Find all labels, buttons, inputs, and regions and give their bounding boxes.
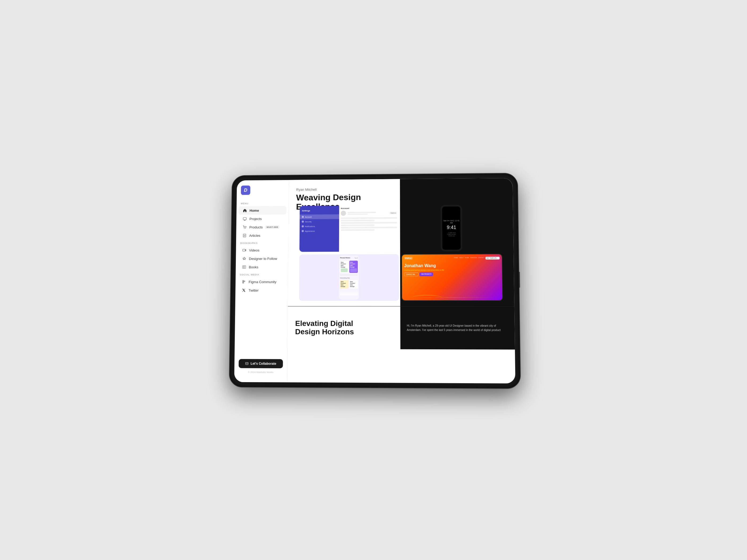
- phone-mockup: Sat 4 ✦ NYC 12:41 AM 9:41 ↓ 2.3GB since …: [441, 205, 463, 251]
- phone-panel: Sat 4 ✦ NYC 12:41 AM 9:41 ↓ 2.3GB since …: [401, 205, 502, 251]
- products-badge: MUST-SEE: [265, 225, 280, 229]
- collaborate-button[interactable]: Let's Collaborate: [238, 359, 283, 368]
- note-card-2: New Product Idea Design: [349, 261, 358, 273]
- nav-products-label: Products: [249, 225, 262, 229]
- settings-mockup-panel: Settings Account Security: [299, 205, 398, 252]
- figma-icon: [242, 280, 246, 284]
- logo-area: D: [237, 185, 289, 200]
- portfolio-projects-btn: SEE PROJECTS: [420, 272, 433, 276]
- settings-sidebar: Settings Account Security: [299, 206, 339, 252]
- svg-rect-13: [242, 280, 243, 281]
- bottom-bio-text: Hi, I'm Ryan Mitchell, a 29-year-old UI …: [407, 323, 508, 332]
- nav-figma-label: Figma Community: [249, 280, 276, 284]
- nav-designer-to-follow-label: Designer to Follow: [249, 257, 277, 261]
- note-card-4: New Product Idea Design: [349, 280, 358, 289]
- portfolio-mockup: POPLE HOME ABOUT WORK SERVICES CONTACT B…: [402, 255, 503, 300]
- bookmarks-section-label: BOOKMARKS: [236, 239, 288, 246]
- tablet-device: D MENU Home Pro: [229, 174, 520, 389]
- svg-rect-15: [242, 281, 243, 283]
- portfolio-sub-text: Crafting pixel-perfect designs that brin…: [404, 269, 500, 271]
- hero-designer-name: Ryan Mitchell: [296, 187, 392, 191]
- svg-rect-10: [242, 266, 244, 269]
- portfolio-hero-name: Jonathan Wang: [404, 263, 500, 268]
- nav-books[interactable]: Books: [238, 263, 286, 271]
- portfolio-contact-btn: CONTACT ME →: [404, 272, 419, 276]
- nav-projects[interactable]: Projects: [238, 214, 286, 223]
- settings-security-item: Security: [300, 219, 339, 224]
- note-card-1: New Product Idea Design: [340, 261, 349, 273]
- settings-row-4: [341, 224, 375, 226]
- twitter-icon: [242, 288, 246, 293]
- settings-row-1: [341, 217, 397, 219]
- note-card-3: New Product Idea Design: [340, 280, 349, 289]
- note-image-2: [350, 269, 357, 272]
- svg-point-3: [244, 228, 244, 229]
- tablet-screen: D MENU Home Pro: [234, 178, 515, 383]
- nav-home[interactable]: Home: [238, 206, 286, 215]
- sidebar-footer: Let's Collaborate © 2024 Masbobz Works: [234, 356, 287, 377]
- nav-videos-label: Videos: [249, 248, 259, 252]
- settings-notifications-item: Notifications: [300, 224, 339, 229]
- nav-figma-community[interactable]: Figma Community: [238, 277, 286, 286]
- menu-section-label: MENU: [237, 200, 289, 206]
- nav-articles[interactable]: Articles: [238, 231, 286, 240]
- appearance-icon: [302, 230, 304, 232]
- phone-stats: ↓ 2.3GB since 0.6Mb transfer 7.9GB sent: [447, 232, 456, 237]
- star-icon: [242, 257, 247, 261]
- mobile-app-panel: Pinned Notes Tue 9 New Product Idea Desi…: [299, 254, 399, 301]
- portfolio-nav-items: HOME ABOUT WORK SERVICES CONTACT BUY TEM…: [454, 257, 500, 260]
- nav-twitter-label: Twitter: [249, 288, 259, 292]
- home-icon: [243, 208, 247, 213]
- phone-time: 9:41: [447, 224, 456, 230]
- notes-mockup: Pinned Notes Tue 9 New Product Idea Desi…: [339, 256, 359, 300]
- svg-rect-11: [244, 266, 246, 268]
- monitor-icon: [242, 217, 247, 221]
- main-content: Ryan Mitchell Weaving Design Excellence …: [287, 178, 515, 383]
- bottom-right: Hi, I'm Ryan Mitchell, a 29-year-old UI …: [400, 306, 515, 350]
- portfolio-nav: POPLE HOME ABOUT WORK SERVICES CONTACT B…: [404, 257, 500, 260]
- tablet-power-button: [519, 272, 520, 288]
- settings-account-header: Account: [341, 207, 397, 210]
- settings-mockup: Settings Account Security: [299, 205, 398, 252]
- account-icon: [302, 216, 304, 218]
- nav-videos[interactable]: Videos: [238, 246, 286, 255]
- collaborate-label: Let's Collaborate: [251, 362, 276, 365]
- notes-header: Pinned Notes: [340, 257, 350, 259]
- svg-rect-16: [246, 363, 248, 365]
- phone-screen: Sat 4 ✦ NYC 12:41 AM 9:41 ↓ 2.3GB since …: [442, 206, 461, 249]
- mail-icon: [245, 362, 248, 365]
- portfolio-panel: POPLE HOME ABOUT WORK SERVICES CONTACT B…: [402, 254, 503, 301]
- nav-twitter[interactable]: Twitter: [237, 286, 286, 294]
- svg-rect-14: [242, 283, 243, 284]
- video-icon: [242, 248, 247, 252]
- copyright-text: © 2024 Masbobz Works: [238, 371, 283, 374]
- nav-articles-label: Articles: [249, 234, 260, 238]
- bottom-section: Elevating Digital Design Horizons Hi, I'…: [288, 306, 515, 350]
- hero-images-grid: Settings Account Security: [299, 205, 503, 306]
- settings-row-2: [341, 220, 375, 221]
- book-icon: [242, 233, 247, 238]
- app-logo: D: [241, 186, 251, 195]
- note-image-1: [341, 269, 348, 272]
- nav-home-label: Home: [250, 209, 259, 213]
- social-section-label: SOCIAL MEDIA: [236, 271, 288, 277]
- portfolio-brand: POPLE: [404, 257, 413, 260]
- hero-section: Ryan Mitchell Weaving Design Excellence …: [288, 178, 514, 306]
- sidebar: D MENU Home Pro: [234, 180, 289, 382]
- nav-designer-to-follow[interactable]: Designer to Follow: [238, 255, 286, 263]
- phone-date: Sat 4 ✦ NYC 12:41 AM: [442, 219, 461, 223]
- portfolio-buy-btn: BUY TEMPLATE →: [486, 257, 500, 259]
- nav-products[interactable]: Products MUST-SEE: [238, 223, 286, 231]
- svg-rect-9: [243, 249, 245, 251]
- settings-account-item: Account: [300, 214, 339, 219]
- bottom-tagline: Elevating Digital Design Horizons: [295, 319, 393, 336]
- portfolio-highlight: bring ideas to life: [431, 269, 444, 271]
- svg-point-12: [244, 281, 245, 282]
- svg-rect-5: [243, 234, 246, 237]
- svg-rect-0: [243, 218, 246, 220]
- settings-row-6: [341, 229, 375, 231]
- settings-appearance-item: Appearance: [300, 229, 339, 233]
- nav-books-label: Books: [249, 265, 259, 269]
- settings-main-content: Account Options: [339, 205, 399, 252]
- portfolio-action-buttons: CONTACT ME → SEE PROJECTS: [404, 272, 500, 276]
